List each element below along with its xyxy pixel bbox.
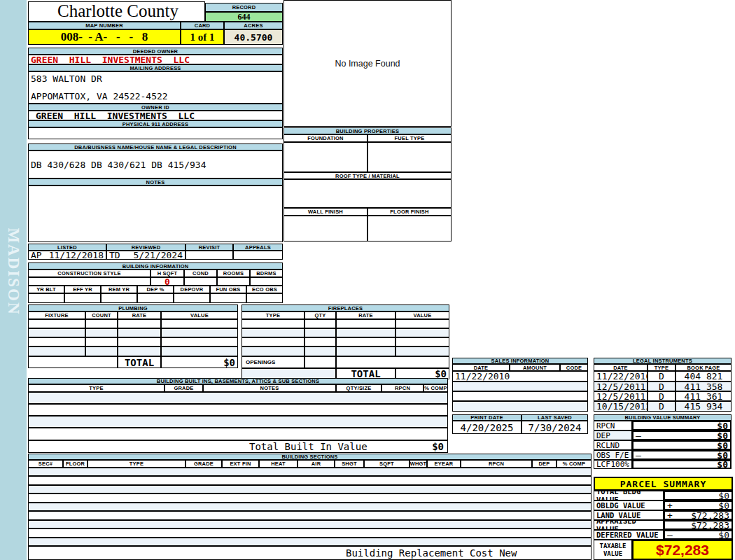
map-number-label: MAP NUMBER <box>28 22 181 29</box>
notes-value <box>28 186 283 242</box>
roof-value <box>284 179 451 208</box>
ps-value: $0 <box>718 491 729 500</box>
county-watermark: MADISON <box>4 227 22 315</box>
reviewed-value: TD 5/21/2024 <box>106 251 186 260</box>
physical-address-value <box>28 127 283 139</box>
plumbing-title: PLUMBING <box>28 304 238 312</box>
print-date-label: PRINT DATE <box>452 414 522 421</box>
construction-style-label: CONSTRUCTION STYLE <box>28 270 150 277</box>
builtins-row <box>28 428 448 440</box>
fireplaces-title: FIREPLACES <box>241 304 449 312</box>
builtins-title: BUILDING BUILT INS, BASEMENTS, ATTICS & … <box>28 378 448 384</box>
ecoobs-label: ECO OBS <box>246 286 283 293</box>
card-label: CARD <box>181 22 224 29</box>
taxable-value-row: TAXABLE VALUE $72,283 <box>594 540 733 560</box>
foundation-label: FOUNDATION <box>284 134 368 142</box>
ps-op: – <box>667 530 673 540</box>
floor-finish-label: FLOOR FINISH <box>368 208 451 216</box>
sales-date-label: DATE <box>452 364 510 371</box>
dba-value: DB 430/628 DB 430/621 DB 415/934 <box>28 150 283 178</box>
ps-label: OBLDG VALUE <box>594 500 664 510</box>
appeals-label: APPEALS <box>233 244 283 251</box>
bp-cells-1 <box>284 142 451 172</box>
building-sections-headers: SEC# FLOOR TYPE GRADE EXT FIN HEAT AIR S… <box>28 460 592 468</box>
no-image-text: No Image Found <box>335 59 400 69</box>
building-sections-row <box>28 528 592 537</box>
sales-row: 11/22/2010 <box>452 371 588 382</box>
bi-comp-label: % COMP <box>424 384 448 392</box>
building-sections-row <box>28 468 592 476</box>
building-info-headers-1: CONSTRUCTION STYLE H SQFT COND ROOMS BDR… <box>28 270 283 277</box>
parcel-summary-title: PARCEL SUMMARY <box>594 477 733 491</box>
bvs-label: RPCN <box>596 421 615 430</box>
listed-date: 11/12/2018 <box>49 251 104 260</box>
legal-bookpage-label: BOOK PAGE <box>676 364 732 371</box>
ps-label: DEFERRED VALUE <box>594 530 664 540</box>
owner-id-value: GREEN HILL INVESTMENTS LLC <box>28 111 283 120</box>
fireplaces-openings-row: OPENINGS <box>241 356 449 368</box>
reviewed-date: 5/21/2024 <box>134 251 183 260</box>
bi-notes-label: NOTES <box>203 384 336 392</box>
record-label: RECORD <box>205 3 283 12</box>
plumbing-total-value: $0 <box>161 356 238 368</box>
bvs-op: – <box>636 450 641 460</box>
bvs-value: $0 <box>717 430 728 440</box>
builtins-headers: TYPE GRADE NOTES QTY/SIZE RPCN % COMP <box>28 384 448 392</box>
last-saved-value: 7/30/2024 <box>522 421 588 434</box>
legal-row: 12/5/2011 D 411 358 <box>594 382 732 391</box>
listed-label: LISTED <box>28 244 106 251</box>
builtins-row <box>28 416 448 428</box>
building-sections-row <box>28 503 592 511</box>
wall-finish-label: WALL FINISH <box>284 208 368 216</box>
taxable-value: $72,283 <box>632 540 733 560</box>
bvs-label: LCF <box>596 460 610 469</box>
bvs-value: $0 <box>717 440 728 450</box>
review-values: AP 11/12/2018 TD 5/21/2024 <box>28 251 283 260</box>
openings-label: OPENINGS <box>241 356 304 368</box>
fuel-type-label: FUEL TYPE <box>368 134 451 142</box>
sales-code-label: CODE <box>560 364 588 371</box>
bdrms-label: BDRMS <box>250 270 283 277</box>
reviewed-code: TD <box>109 251 120 260</box>
builtins-row <box>28 392 448 404</box>
ps-value: $0 <box>718 500 729 510</box>
card-value: 1 of 1 <box>181 29 224 45</box>
taxable-label: TAXABLE VALUE <box>594 540 632 560</box>
plumbing-row <box>28 337 238 346</box>
revisit-label: REVISIT <box>186 244 233 251</box>
fp-value-label: VALUE <box>396 312 449 319</box>
mailing-line2: APPOMATTOX, VA 24522-4522 <box>31 91 280 102</box>
ps-label: APPRAISED VALUE <box>594 520 664 530</box>
record-value: 644 <box>205 12 283 22</box>
sales-row <box>452 382 588 391</box>
count-label: COUNT <box>85 312 118 319</box>
sidebar: MADISON <box>0 0 27 560</box>
rooms-value <box>217 277 250 286</box>
building-properties-title: BUILDING PROPERTIES <box>284 127 451 134</box>
legal-title: LEGAL INSTRUMENTS <box>594 358 732 364</box>
map-number-value: 008- - A- - - 8 <box>28 29 181 45</box>
fireplaces-row <box>241 346 449 356</box>
building-sections-footer: Building Replacement Cost New <box>28 546 592 560</box>
property-photo-panel: No Image Found <box>284 0 451 127</box>
depovr-label: DEPOVR <box>174 286 210 293</box>
building-info-headers-2: YR BLT EFF YR REM YR DEP % DEPOVR FUN OB… <box>28 286 283 293</box>
building-sections-row <box>28 485 592 493</box>
plumbing-row <box>28 319 238 328</box>
plumbing-row <box>28 346 238 356</box>
bi-grade-label: GRADE <box>164 384 203 392</box>
fireplaces-row <box>241 319 449 328</box>
cond-value <box>184 277 217 286</box>
building-sections-row <box>28 538 592 546</box>
rooms-label: ROOMS <box>217 270 250 277</box>
bvs-value: $0 <box>717 421 728 430</box>
building-information-title: BUILDING INFORMATION <box>28 262 283 270</box>
ps-value: $72,283 <box>691 510 729 520</box>
mailing-address-box: 583 WALTON DR APPOMATTOX, VA 24522-4522 <box>28 71 283 104</box>
listed-value: AP 11/12/2018 <box>28 251 106 260</box>
print-headers: PRINT DATE LAST SAVED <box>452 414 588 421</box>
parcel-summary-rows: TOTAL BLDG VALUE $0 OBLDG VALUE +$0 LAND… <box>594 491 733 540</box>
acres-label: ACRES <box>224 22 283 29</box>
effyr-label: EFF YR <box>64 286 101 293</box>
mailing-address-label: MAILING ADDRESS <box>28 64 283 71</box>
